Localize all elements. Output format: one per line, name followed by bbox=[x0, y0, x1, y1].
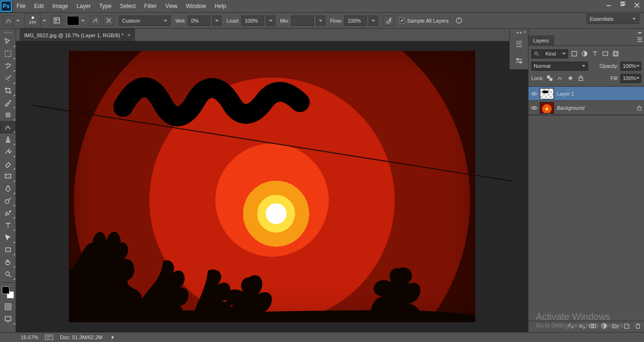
maximize-button[interactable] bbox=[616, 0, 630, 10]
filter-adjust-icon[interactable] bbox=[580, 49, 589, 58]
expand-dock-icon[interactable]: ▸◂ bbox=[517, 30, 521, 35]
quick-mask-button[interactable] bbox=[0, 301, 16, 313]
visibility-toggle[interactable] bbox=[528, 105, 540, 111]
mask-button[interactable] bbox=[589, 323, 596, 331]
menu-edit[interactable]: Edit bbox=[30, 0, 48, 12]
new-layer-button[interactable] bbox=[623, 323, 630, 331]
stamp-tool[interactable] bbox=[0, 133, 16, 146]
layer-filter-select[interactable]: Kind bbox=[531, 49, 568, 58]
flow-field[interactable]: 100% bbox=[344, 16, 367, 26]
filter-pixel-icon[interactable] bbox=[570, 49, 578, 58]
layer-row[interactable]: Layer 1 bbox=[528, 87, 644, 101]
filter-type-icon[interactable] bbox=[591, 49, 599, 58]
move-tool[interactable] bbox=[0, 35, 16, 48]
lock-position-button[interactable] bbox=[566, 74, 575, 82]
visibility-toggle[interactable] bbox=[528, 90, 540, 97]
blur-tool[interactable] bbox=[0, 182, 16, 195]
delete-layer-button[interactable] bbox=[635, 323, 641, 331]
mix-dropdown[interactable] bbox=[316, 16, 325, 26]
eyedropper-tool[interactable] bbox=[0, 97, 16, 109]
flow-dropdown[interactable] bbox=[369, 16, 378, 26]
type-tool[interactable] bbox=[0, 219, 16, 231]
status-icon[interactable] bbox=[45, 334, 53, 340]
panel-menu-button[interactable] bbox=[636, 35, 644, 44]
toolbox-grip[interactable] bbox=[0, 31, 16, 35]
lock-paint-button[interactable] bbox=[556, 74, 564, 82]
clean-brush-button[interactable] bbox=[103, 16, 114, 26]
brush-size-dropdown[interactable] bbox=[42, 19, 46, 23]
layer-row[interactable]: Background bbox=[528, 101, 644, 115]
sample-all-checkbox[interactable] bbox=[399, 17, 405, 24]
minimize-button[interactable] bbox=[602, 0, 616, 10]
brush-size-picker[interactable]: 244 bbox=[25, 14, 41, 28]
load-brush-button[interactable] bbox=[90, 16, 101, 26]
foreground-color[interactable] bbox=[2, 286, 9, 294]
menu-image[interactable]: Image bbox=[48, 0, 72, 12]
adjustment-button[interactable] bbox=[601, 323, 607, 331]
crop-tool[interactable] bbox=[0, 84, 16, 97]
close-dock-icon[interactable]: × bbox=[523, 30, 526, 35]
zoom-level[interactable]: 16.67% bbox=[21, 334, 38, 340]
menu-view[interactable]: View bbox=[161, 0, 182, 12]
wet-dropdown[interactable] bbox=[212, 16, 222, 26]
link-layers-button[interactable] bbox=[568, 323, 574, 331]
marquee-tool[interactable] bbox=[0, 48, 16, 60]
layers-tab[interactable]: Layers bbox=[528, 35, 554, 45]
mixer-color-dropdown[interactable] bbox=[81, 19, 85, 23]
status-more-button[interactable] bbox=[112, 335, 114, 339]
lasso-tool[interactable] bbox=[0, 60, 16, 72]
canvas-viewport[interactable] bbox=[16, 41, 528, 332]
fill-field[interactable]: 100% bbox=[620, 74, 641, 83]
layer-thumbnail[interactable] bbox=[540, 88, 554, 99]
history-brush-tool[interactable] bbox=[0, 146, 16, 158]
close-button[interactable] bbox=[630, 0, 644, 10]
filter-shape-icon[interactable] bbox=[601, 49, 610, 58]
preset-select[interactable]: Custom bbox=[119, 16, 171, 26]
load-field[interactable]: 100% bbox=[241, 16, 264, 26]
menu-window[interactable]: Window bbox=[182, 0, 210, 12]
lock-transparency-button[interactable] bbox=[545, 74, 554, 82]
pressure-size-button[interactable] bbox=[453, 16, 464, 26]
airbrush-button[interactable] bbox=[383, 16, 394, 26]
dodge-tool[interactable] bbox=[0, 195, 16, 207]
wet-field[interactable]: 0% bbox=[188, 16, 210, 26]
menu-file[interactable]: File bbox=[12, 0, 30, 12]
menu-type[interactable]: Type bbox=[95, 0, 116, 12]
tool-preset-dropdown[interactable] bbox=[16, 19, 20, 23]
group-button[interactable] bbox=[612, 323, 619, 331]
fx-button[interactable]: fx▾ bbox=[579, 324, 585, 330]
menu-layer[interactable]: Layer bbox=[72, 0, 95, 12]
menu-filter[interactable]: Filter bbox=[140, 0, 161, 12]
gradient-tool[interactable] bbox=[0, 170, 16, 182]
filter-smart-icon[interactable] bbox=[611, 49, 620, 58]
close-tab-button[interactable]: × bbox=[127, 32, 131, 39]
layer-thumbnail[interactable] bbox=[540, 102, 554, 114]
canvas[interactable] bbox=[69, 51, 475, 322]
document-tab[interactable]: IMG_8922.jpg @ 16.7% (Layer 1, RGB/8) * … bbox=[20, 29, 135, 41]
menu-select[interactable]: Select bbox=[116, 0, 140, 12]
brush-presets-button[interactable] bbox=[510, 35, 528, 52]
screen-mode-button[interactable] bbox=[0, 313, 16, 325]
mix-field[interactable] bbox=[291, 16, 314, 26]
brush-panel-button[interactable] bbox=[51, 16, 62, 26]
zoom-tool[interactable] bbox=[0, 268, 16, 280]
menu-help[interactable]: Help bbox=[210, 0, 231, 12]
magic-wand-tool[interactable] bbox=[0, 72, 16, 84]
mixer-color-swatch[interactable] bbox=[67, 16, 79, 25]
pen-tool[interactable] bbox=[0, 207, 16, 219]
blend-mode-select[interactable]: Normal bbox=[531, 62, 588, 71]
workspace-switcher[interactable]: Essentials bbox=[586, 14, 639, 24]
layer-name[interactable]: Layer 1 bbox=[557, 91, 644, 97]
brush-tool[interactable] bbox=[0, 121, 16, 133]
path-selection-tool[interactable] bbox=[0, 231, 16, 244]
collapse-panel-icon[interactable]: ◂▸ bbox=[637, 30, 642, 35]
color-swatches[interactable] bbox=[0, 285, 16, 301]
opacity-field[interactable]: 100% bbox=[620, 62, 641, 71]
layer-name[interactable]: Background bbox=[557, 105, 635, 111]
rectangle-tool[interactable] bbox=[0, 244, 16, 256]
hand-tool[interactable] bbox=[0, 256, 16, 268]
eraser-tool[interactable] bbox=[0, 158, 16, 170]
lock-all-button[interactable] bbox=[577, 74, 585, 82]
load-dropdown[interactable] bbox=[266, 16, 275, 26]
brush-settings-button[interactable] bbox=[510, 52, 528, 69]
